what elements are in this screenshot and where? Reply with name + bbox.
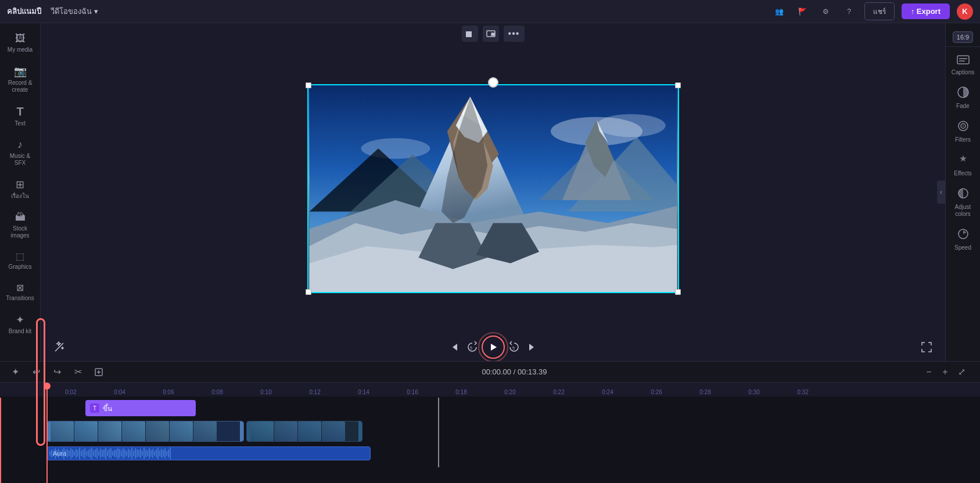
video-clip-2[interactable]	[246, 421, 362, 442]
clip2-trim-right[interactable]	[358, 421, 362, 441]
svg-text:5: 5	[470, 346, 472, 350]
sidebar-item-transitions-panel[interactable]: ⊞ เรื่องใน	[2, 174, 38, 204]
redo-button[interactable]: ↪	[49, 364, 65, 380]
sidebar-item-text[interactable]: T Text	[2, 100, 38, 132]
share-people-icon[interactable]: 👥	[771, 3, 788, 20]
handle-bottom-left[interactable]	[306, 289, 311, 295]
sidebar-item-record-create[interactable]: 📷 Record & create	[2, 60, 38, 98]
project-name[interactable]: วีดีโอของฉัน ▾	[51, 5, 98, 17]
topbar: คลิปแนมปี วีดีโอของฉัน ▾ 👥 🚩 ⚙ ? แชร์ ↑ …	[0, 0, 980, 23]
sidebar-item-transitions[interactable]: ⊠ Transitions	[2, 277, 38, 307]
audio-clip-label: Aura	[53, 450, 66, 457]
track-playhead	[0, 398, 1, 483]
more-options-button[interactable]: •••	[504, 26, 525, 42]
sidebar-label-brand: Brand kit	[9, 328, 31, 335]
right-sidebar-top: 16:9	[946, 28, 981, 47]
svg-text:5: 5	[512, 346, 515, 350]
handle-top-right[interactable]	[675, 82, 681, 88]
text-icon: T	[16, 105, 23, 118]
scissors-button[interactable]: ✂	[70, 364, 86, 380]
text-clip[interactable]: T ขึ้น	[85, 400, 196, 416]
aspect-ratio-badge[interactable]: 16:9	[953, 31, 973, 43]
svg-marker-26	[491, 344, 497, 351]
sidebar-item-my-media[interactable]: 🖼 My media	[2, 28, 38, 58]
timeline-zoom: − + ⤢	[922, 365, 968, 379]
center-area: •••	[41, 23, 945, 361]
adjust-colors-icon	[957, 188, 969, 202]
filters-icon	[957, 120, 969, 135]
sidebar-item-stock-images[interactable]: 🏔 Stock images	[2, 207, 38, 244]
handle-bottom-right[interactable]	[675, 289, 681, 295]
export-button[interactable]: ↑ Export	[902, 3, 950, 19]
skip-back-button[interactable]	[444, 338, 463, 356]
topbar-left: คลิปแนมปี วีดีโอของฉัน ▾	[7, 5, 98, 17]
skip-forward-button[interactable]	[523, 338, 542, 356]
audio-clip[interactable]: Aura	[46, 446, 371, 460]
effects-icon	[957, 154, 969, 168]
chevron-down-icon: ▾	[94, 7, 98, 16]
video-track-row	[46, 420, 980, 443]
effects-label: Effects	[954, 170, 971, 177]
right-item-effects[interactable]: Effects	[947, 149, 979, 182]
timeline-ruler: 0:02 0:04 0:06 0:08 0:10 0:12 0:14 0:16 …	[0, 383, 980, 397]
right-item-speed[interactable]: Speed	[947, 224, 979, 256]
playback-row: 5 5	[41, 336, 945, 359]
handle-top-left[interactable]	[306, 82, 311, 88]
magic-clip-button[interactable]: ✦	[7, 364, 23, 380]
timeline: ✦ ↩ ↪ ✂ 00:00.00 / 00:13.39 − + ⤢ 0:02 0…	[0, 361, 980, 483]
svg-point-5	[597, 114, 666, 137]
captions-icon	[957, 55, 970, 67]
main-area: 🖼 My media 📷 Record & create T Text ♪ Mu…	[0, 23, 980, 361]
video-toolbar: •••	[41, 23, 945, 44]
zoom-expand-button[interactable]: ⤢	[954, 365, 968, 379]
avatar[interactable]: K	[957, 3, 973, 20]
add-clip-button[interactable]	[91, 364, 107, 380]
text-track-row: T ขึ้น	[46, 398, 980, 419]
play-pause-button[interactable]	[482, 336, 505, 359]
panel-icon: ⊞	[16, 178, 24, 191]
sidebar-label-record-create: Record & create	[6, 80, 35, 93]
sidebar-item-graphics[interactable]: ⬚ Graphics	[2, 246, 38, 275]
share-button[interactable]: แชร์	[864, 2, 895, 20]
svg-rect-2	[491, 33, 494, 35]
video-preview-container	[41, 44, 945, 333]
right-item-captions[interactable]: Captions	[947, 51, 979, 81]
zoom-out-button[interactable]: −	[922, 365, 936, 379]
brand-icon: ✦	[16, 313, 24, 326]
transitions-icon: ⊠	[16, 282, 24, 293]
magic-button[interactable]	[50, 338, 69, 356]
flag-icon[interactable]: 🚩	[795, 3, 811, 20]
video-clip-1[interactable]	[46, 421, 244, 442]
fullscreen-button[interactable]	[917, 338, 936, 356]
fade-icon	[957, 86, 969, 101]
sidebar-item-music[interactable]: ♪ Music & SFX	[2, 134, 38, 171]
undo-button[interactable]: ↩	[28, 364, 44, 380]
svg-point-34	[963, 125, 964, 127]
clip-trim-right[interactable]	[240, 421, 243, 441]
pip-button[interactable]	[483, 26, 499, 42]
text-clip-label: ขึ้น	[103, 403, 112, 414]
playback-controls: 5 5	[41, 333, 945, 361]
sidebar-label-transitions: เรื่องใน	[11, 193, 29, 200]
record-icon: 📷	[14, 65, 27, 78]
zoom-in-button[interactable]: +	[938, 365, 952, 379]
sidebar-label-my-media: My media	[8, 46, 33, 53]
graphics-icon: ⬚	[16, 251, 24, 262]
settings-icon[interactable]: ⚙	[818, 3, 834, 20]
right-item-filters[interactable]: Filters	[947, 116, 979, 148]
adjust-colors-label: Adjust colors	[949, 204, 977, 218]
tracks-inner: T ขึ้น	[0, 398, 980, 483]
time-scrub-indicator[interactable]	[488, 77, 498, 88]
right-item-adjust-colors[interactable]: Adjust colors	[947, 183, 979, 222]
left-sidebar: 🖼 My media 📷 Record & create T Text ♪ Mu…	[0, 23, 41, 361]
help-icon[interactable]: ?	[841, 3, 857, 20]
timeline-tracks: T ขึ้น	[0, 397, 980, 483]
sidebar-item-brand-kit[interactable]: ✦ Brand kit	[2, 309, 38, 340]
sidebar-label-stock: Stock images	[6, 225, 35, 239]
sidebar-label-trans: Transitions	[6, 295, 34, 302]
right-collapse-button[interactable]: ‹	[937, 181, 945, 204]
video-frame[interactable]	[307, 84, 679, 293]
sidebar-label-music: Music & SFX	[6, 153, 35, 167]
crop-button[interactable]	[462, 26, 478, 42]
right-item-fade[interactable]: Fade	[947, 82, 979, 114]
